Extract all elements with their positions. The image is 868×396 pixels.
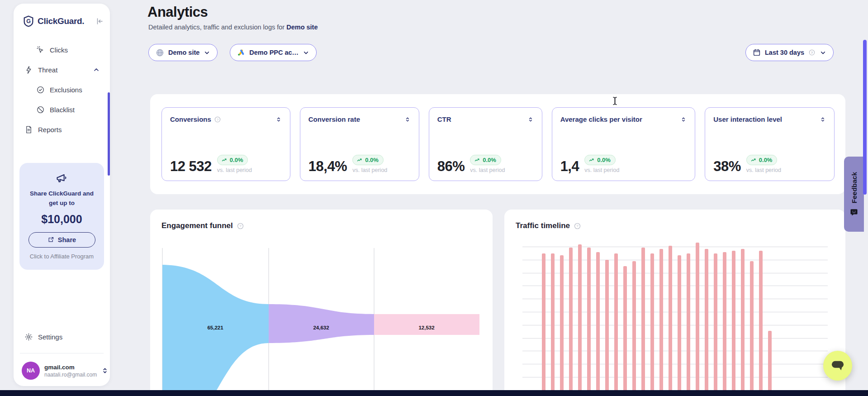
trending-up-icon xyxy=(750,157,757,163)
account-title: gmail.com xyxy=(44,364,97,371)
chat-launcher-button[interactable] xyxy=(823,351,852,381)
traffic-bar xyxy=(732,251,735,396)
funnel-stage-purple xyxy=(269,304,374,343)
kpi-card: Average clicks per visitor1,40.0%vs. las… xyxy=(552,107,696,181)
kpi-change-badge: 0.0% xyxy=(217,155,248,165)
sidebar-item-clicks[interactable]: Clicks xyxy=(18,40,105,60)
sidebar-item-label: Clicks xyxy=(50,46,68,54)
traffic-bar xyxy=(641,248,645,396)
ppc-account-value: Demo PPC ac… xyxy=(249,49,299,56)
app-name: ClickGuard. xyxy=(38,16,84,26)
trending-up-icon xyxy=(474,157,480,163)
traffic-bar xyxy=(659,249,663,396)
traffic-bar xyxy=(614,253,618,396)
kpi-card: CTR86%0.0%vs. last period xyxy=(429,107,542,181)
kpi-change-badge: 0.0% xyxy=(746,155,778,165)
traffic-bar xyxy=(768,331,772,396)
traffic-bar xyxy=(741,249,745,396)
chevron-up-icon[interactable] xyxy=(93,66,100,73)
divider xyxy=(20,353,104,353)
ppc-account-selector[interactable]: Demo PPC ac… xyxy=(230,44,317,61)
traffic-bar xyxy=(687,253,690,396)
share-button[interactable]: Share xyxy=(28,232,95,248)
traffic-bar xyxy=(750,261,754,396)
gridline xyxy=(522,273,828,273)
funnel-chart: 65,221 24,632 12,532 xyxy=(150,210,493,396)
kpi-label: User interaction level xyxy=(713,115,782,123)
kpi-compare-label: vs. last period xyxy=(746,167,781,173)
sort-icon[interactable] xyxy=(680,116,687,123)
chevron-down-icon xyxy=(820,49,826,56)
sidebar-item-exclusions[interactable]: Exclusions xyxy=(18,80,105,100)
bottom-edge-bar xyxy=(0,390,868,396)
traffic-bar xyxy=(714,253,717,396)
svg-text:G: G xyxy=(26,18,31,24)
help-icon[interactable]: ? xyxy=(808,49,816,56)
affiliate-hint: Click to Affiliate Program xyxy=(25,253,99,260)
text-cursor xyxy=(612,96,617,105)
kpi-compare-label: vs. last period xyxy=(584,167,619,173)
kpi-change-value: 0.0% xyxy=(230,157,243,163)
cursor-click-icon xyxy=(36,46,45,54)
sidebar-item-blacklist[interactable]: Blacklist xyxy=(18,100,105,119)
kpi-compare-label: vs. last period xyxy=(470,167,505,173)
site-selector[interactable]: Demo site xyxy=(148,44,218,61)
help-icon[interactable]: ? xyxy=(214,116,221,123)
gridline xyxy=(522,312,828,312)
sidebar-item-label: Blacklist xyxy=(50,106,75,114)
feedback-tab[interactable]: Feedback xyxy=(844,157,864,232)
sort-icon[interactable] xyxy=(820,116,826,123)
subtitle-site-name: Demo site xyxy=(286,24,318,31)
traffic-bar xyxy=(705,249,708,396)
google-ads-icon xyxy=(237,48,245,57)
svg-text:?: ? xyxy=(217,117,218,121)
kpi-label: Conversions xyxy=(170,115,211,123)
svg-text:?: ? xyxy=(811,51,813,55)
kpi-change-value: 0.0% xyxy=(597,157,611,163)
funnel-stage-value: 12,532 xyxy=(418,325,434,330)
kpi-value: 1,4 xyxy=(560,159,579,173)
page-subtitle: Detailed analytics, traffic and exclusio… xyxy=(148,24,318,31)
page-scrollbar[interactable] xyxy=(863,40,867,195)
traffic-bar xyxy=(723,252,726,396)
badge-check-icon xyxy=(36,86,45,94)
sidebar: G ClickGuard. Clicks Threat Excl xyxy=(14,4,110,386)
sidebar-item-settings[interactable]: Settings xyxy=(14,327,110,347)
help-icon[interactable]: ? xyxy=(574,222,581,230)
traffic-bar xyxy=(542,253,545,396)
account-switcher[interactable]: NA gmail.com naatali.ro@gmail.com xyxy=(14,362,110,380)
sort-icon[interactable] xyxy=(404,116,411,123)
lightning-icon xyxy=(24,66,33,74)
sort-icon[interactable] xyxy=(527,116,534,123)
kpi-card: Conversions?12 5320.0%vs. last period xyxy=(161,107,290,181)
sidebar-item-reports[interactable]: Reports xyxy=(18,119,105,139)
clickguard-shield-icon: G xyxy=(23,15,34,27)
kpi-change-badge: 0.0% xyxy=(352,155,384,165)
trending-up-icon xyxy=(588,157,595,163)
feedback-chat-icon xyxy=(850,208,858,216)
collapse-sidebar-icon[interactable] xyxy=(95,17,104,25)
document-icon xyxy=(24,125,33,134)
kpi-card: Conversion rate18,4%0.0%vs. last period xyxy=(300,107,419,181)
sort-icon[interactable] xyxy=(275,116,282,123)
chevron-down-icon xyxy=(204,49,210,56)
date-range-selector[interactable]: Last 30 days ? xyxy=(745,44,834,61)
traffic-bar xyxy=(650,253,654,396)
kpi-panel: Conversions?12 5320.0%vs. last periodCon… xyxy=(150,94,845,194)
sidebar-item-label: Threat xyxy=(38,66,57,74)
kpi-change-value: 0.0% xyxy=(365,157,379,163)
kpi-label: Conversion rate xyxy=(308,115,360,123)
feedback-label: Feedback xyxy=(850,172,858,203)
sidebar-item-threat[interactable]: Threat xyxy=(18,60,105,80)
traffic-bar xyxy=(578,244,582,396)
sidebar-scroll-indicator[interactable] xyxy=(108,92,110,176)
affiliate-promo-card[interactable]: Share ClickGuard and get up to $10,000 S… xyxy=(19,163,104,270)
traffic-bar xyxy=(587,248,591,396)
gridline xyxy=(522,351,828,351)
promo-line2: get up to xyxy=(25,199,99,208)
kpi-change-badge: 0.0% xyxy=(584,155,616,165)
calendar-icon xyxy=(753,48,761,57)
gear-icon xyxy=(24,333,33,341)
gridline xyxy=(522,286,828,286)
kpi-value: 18,4% xyxy=(308,159,347,173)
